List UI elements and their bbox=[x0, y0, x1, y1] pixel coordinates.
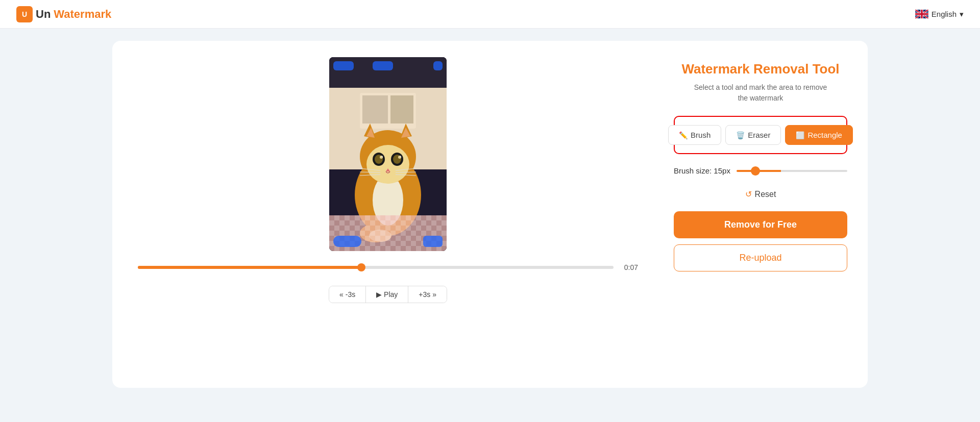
rectangle-icon: ⬜ bbox=[796, 131, 804, 139]
header: U UnWatermark English ▾ bbox=[0, 0, 980, 29]
logo-watermark: Watermark bbox=[54, 8, 111, 21]
svg-rect-6 bbox=[390, 95, 413, 123]
timeline: 0:07 « -3s ▶ Play +3s » bbox=[138, 263, 638, 303]
logo: U UnWatermark bbox=[16, 6, 111, 22]
reset-row[interactable]: ↺ Reset bbox=[674, 189, 847, 199]
play-button[interactable]: ▶ Play bbox=[366, 286, 408, 303]
logo-icon-text: U bbox=[22, 10, 27, 18]
video-section: 0:07 « -3s ▶ Play +3s » bbox=[133, 57, 643, 303]
watermark-mark-2 bbox=[373, 61, 393, 70]
playback-controls: « -3s ▶ Play +3s » bbox=[329, 286, 447, 303]
rectangle-label: Rectangle bbox=[807, 131, 842, 139]
brush-size-label: Brush size: 15px bbox=[674, 166, 730, 175]
forward-button[interactable]: +3s » bbox=[408, 286, 447, 303]
watermark-mark-1 bbox=[333, 61, 354, 70]
reset-icon: ↺ bbox=[745, 189, 752, 199]
watermark-mark-3 bbox=[433, 61, 443, 70]
svg-point-20 bbox=[393, 155, 401, 164]
svg-point-14 bbox=[366, 145, 409, 184]
svg-rect-5 bbox=[362, 95, 388, 123]
eraser-icon: 🗑️ bbox=[736, 131, 745, 139]
editor-card: 0:07 « -3s ▶ Play +3s » bbox=[112, 41, 868, 388]
tool-panel: Watermark Removal Tool Select a tool and… bbox=[674, 57, 847, 271]
panel-subtitle: Select a tool and mark the area to remov… bbox=[694, 82, 827, 104]
eraser-tool-button[interactable]: 🗑️ Eraser bbox=[725, 125, 781, 145]
time-display: 0:07 bbox=[620, 263, 638, 271]
video-preview[interactable] bbox=[329, 57, 447, 251]
main-content: 0:07 « -3s ▶ Play +3s » bbox=[0, 29, 980, 400]
cat-image bbox=[329, 57, 447, 251]
watermark-mark-4 bbox=[333, 236, 361, 247]
scrubber-thumb[interactable] bbox=[357, 263, 365, 271]
tool-selector-box: ✏️ Brush 🗑️ Eraser ⬜ Rectangle bbox=[674, 116, 847, 154]
language-arrow: ▾ bbox=[960, 10, 964, 19]
flag-uk-icon bbox=[915, 10, 928, 18]
rewind-button[interactable]: « -3s bbox=[329, 286, 366, 303]
svg-point-19 bbox=[375, 155, 383, 164]
watermark-mark-5 bbox=[423, 236, 443, 247]
brush-label: Brush bbox=[691, 131, 710, 139]
remove-for-free-button[interactable]: Remove for Free bbox=[674, 211, 847, 238]
scrubber-fill bbox=[138, 266, 361, 269]
rewind-label: « -3s bbox=[339, 290, 355, 299]
scrubber-row: 0:07 bbox=[138, 263, 638, 271]
tool-buttons: ✏️ Brush 🗑️ Eraser ⬜ Rectangle bbox=[683, 125, 838, 145]
rectangle-tool-button[interactable]: ⬜ Rectangle bbox=[785, 125, 853, 145]
brush-icon: ✏️ bbox=[679, 131, 688, 139]
forward-label: +3s » bbox=[419, 290, 436, 299]
language-selector[interactable]: English ▾ bbox=[915, 10, 964, 19]
reupload-button[interactable]: Re-upload bbox=[674, 244, 847, 271]
brush-size-slider[interactable] bbox=[737, 170, 847, 172]
eraser-label: Eraser bbox=[748, 131, 770, 139]
language-label: English bbox=[932, 10, 957, 18]
brush-size-row: Brush size: 15px bbox=[674, 166, 847, 175]
play-label: ▶ Play bbox=[376, 290, 398, 299]
panel-title: Watermark Removal Tool bbox=[681, 61, 839, 77]
logo-un: Un bbox=[36, 8, 51, 21]
scrubber-track[interactable] bbox=[138, 266, 614, 269]
logo-icon: U bbox=[16, 6, 33, 22]
brush-tool-button[interactable]: ✏️ Brush bbox=[668, 125, 721, 145]
reset-label: Reset bbox=[755, 190, 776, 199]
